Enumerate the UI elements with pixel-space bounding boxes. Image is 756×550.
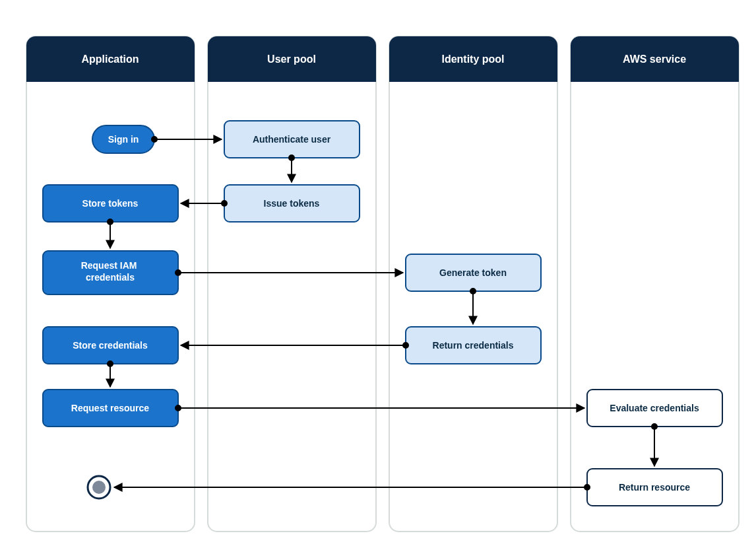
label-sign-in: Sign in [108,134,139,145]
node-request-iam-credentials: Request IAM credentials [43,251,178,294]
label-return-resource: Return resource [619,482,690,493]
node-authenticate-user: Authenticate user [224,121,360,158]
svg-point-16 [92,481,106,494]
start-dot-2 [289,155,294,160]
start-dot-3 [222,201,227,206]
label-issue-tokens: Issue tokens [264,198,320,209]
start-dot-8 [108,361,113,366]
label-store-credentials: Store credentials [73,340,148,351]
node-return-credentials: Return credentials [406,327,541,364]
label-authenticate-user: Authenticate user [253,134,331,145]
node-issue-tokens: Issue tokens [224,185,360,222]
start-dot-7 [403,343,408,348]
start-dot-6 [470,289,476,294]
start-dot-5 [175,270,181,275]
label-generate-token: Generate token [439,267,507,278]
label-evaluate-credentials: Evaluate credentials [610,403,699,413]
lane-header-user-pool: User pool [267,53,316,65]
lane-header-identity-pool: Identity pool [441,53,504,65]
start-dot-11 [584,485,590,490]
node-store-credentials: Store credentials [43,327,178,364]
node-store-tokens: Store tokens [43,185,178,222]
node-generate-token: Generate token [406,254,541,291]
lane-user-pool: User pool [208,36,376,532]
lane-header-application: Application [81,53,139,65]
lane-header-aws-service: AWS service [623,53,686,65]
label-store-tokens: Store tokens [82,198,139,209]
flow-diagram: Application User pool Identity pool AWS … [0,0,756,550]
node-request-resource: Request resource [43,390,178,427]
start-dot-1 [152,137,157,142]
svg-rect-1 [208,36,376,532]
node-return-resource: Return resource [587,469,722,506]
start-dot-9 [175,405,181,411]
label-return-credentials: Return credentials [433,340,514,351]
start-dot-10 [652,424,657,429]
node-evaluate-credentials: Evaluate credentials [587,390,722,427]
label-request-resource: Request resource [71,403,149,413]
start-dot-4 [108,219,113,224]
node-sign-in: Sign in [92,125,154,153]
